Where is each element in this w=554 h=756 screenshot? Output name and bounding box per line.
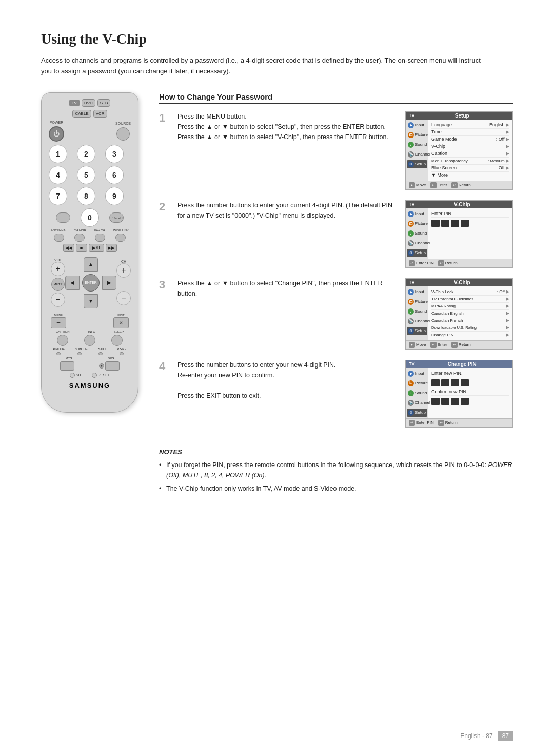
- mute-button[interactable]: MUTE: [51, 278, 65, 291]
- btn-1[interactable]: 1: [49, 145, 67, 163]
- btn-7[interactable]: 7: [49, 187, 67, 205]
- sit-radio[interactable]: [70, 373, 75, 378]
- footer-enter-pin: ↵ Enter PIN: [409, 260, 434, 266]
- btn-5[interactable]: 5: [77, 166, 95, 184]
- sidebar-setup-4[interactable]: ⚙ Setup: [407, 409, 427, 417]
- sleep-button[interactable]: [111, 335, 123, 346]
- pre-ch-button[interactable]: PRE-CH: [109, 212, 124, 223]
- remote-control: TV DVD STB CABLE VCR POWER ⏻ SOURCE: [41, 92, 138, 413]
- sidebar-input-3[interactable]: ▶ Input: [407, 288, 427, 296]
- footer-move-3: ♦ Move: [409, 342, 426, 348]
- nav-left-button[interactable]: ◀: [65, 276, 80, 290]
- sidebar-input[interactable]: ▶ Input: [407, 121, 427, 129]
- sound-icon-3: ♪: [408, 308, 414, 315]
- enter-button[interactable]: ENTER: [82, 274, 100, 292]
- picture-icon-2: 🖼: [408, 221, 414, 227]
- pmode-button[interactable]: [56, 352, 61, 355]
- pin-sq-2: [441, 220, 449, 227]
- source-button[interactable]: [116, 127, 130, 141]
- step-1-screen-header: TV Setup: [406, 112, 512, 120]
- btn-8[interactable]: 8: [77, 187, 95, 205]
- menu-exit-row: MENU ☰ EXIT ✕: [51, 314, 129, 328]
- nav-up-button[interactable]: ▲: [84, 257, 98, 272]
- sidebar-channel-2[interactable]: 📡 Channel: [407, 239, 427, 247]
- nav-down-button[interactable]: ▼: [84, 294, 98, 308]
- dash-button[interactable]: —: [56, 212, 70, 223]
- step-4-row: 4 Press the number buttons to enter your…: [159, 360, 513, 428]
- btn-6[interactable]: 6: [105, 166, 124, 184]
- btn-3[interactable]: 3: [105, 145, 124, 163]
- sidebar-channel-3[interactable]: 📡 Channel: [407, 317, 427, 325]
- antenna-button[interactable]: [54, 234, 64, 242]
- ch-mgr-button[interactable]: [74, 234, 85, 242]
- menu-language: Language : English ▶: [431, 122, 509, 129]
- vol-down-button[interactable]: −: [51, 293, 65, 307]
- exit-button[interactable]: ✕: [113, 317, 129, 328]
- sidebar-channel-4[interactable]: 📡 Channel: [407, 399, 427, 407]
- wise-link-button[interactable]: [115, 234, 126, 242]
- menu-game-mode: Game Mode : Off ▶: [431, 136, 509, 143]
- vcr-button[interactable]: VCR: [93, 110, 107, 118]
- menu-button[interactable]: ☰: [51, 317, 66, 328]
- transport-row: ◀◀ ■ ▶/II ▶▶: [47, 244, 133, 252]
- caption-button[interactable]: [57, 335, 68, 346]
- sidebar-setup[interactable]: ⚙ Setup: [407, 160, 427, 168]
- sidebar-sound-1[interactable]: ♪ Sound: [407, 141, 427, 149]
- play-pause-button[interactable]: ▶/II: [89, 244, 104, 252]
- btn-9[interactable]: 9: [105, 187, 124, 205]
- reset-radio[interactable]: [92, 373, 97, 378]
- psize-button[interactable]: [120, 352, 124, 355]
- confirm-pin-sq-2: [441, 398, 449, 405]
- ch-up-button[interactable]: +: [116, 263, 131, 278]
- tv-button[interactable]: TV: [69, 100, 80, 106]
- pmode-row-labels: P.MODE S.MODE STILL P.SIZE: [48, 347, 132, 351]
- btn-2[interactable]: 2: [77, 145, 95, 163]
- sidebar-picture-4[interactable]: 🖼 Picture: [407, 379, 427, 387]
- sidebar-sound-2[interactable]: ♪ Sound: [407, 229, 427, 238]
- info-button[interactable]: [84, 335, 95, 346]
- step-1-row: 1 Press the MENU button. Press the ▲ or …: [159, 111, 513, 190]
- sidebar-setup-3[interactable]: ⚙ Setup: [407, 327, 427, 335]
- step-3-screen: TV V-Chip ▶ Input 🖼 Picture: [405, 278, 513, 350]
- stop-button[interactable]: ■: [76, 244, 87, 252]
- ff-button[interactable]: ▶▶: [106, 244, 117, 252]
- page-footer: English - 87 87: [460, 731, 513, 741]
- fav-ch-button[interactable]: [95, 234, 105, 242]
- sidebar-picture-3[interactable]: 🖼 Picture: [407, 298, 427, 306]
- sound-icon-2: ♪: [408, 230, 414, 237]
- still-button[interactable]: [98, 352, 103, 355]
- sidebar-picture-2[interactable]: 🖼 Picture: [407, 220, 427, 228]
- sidebar-input-4[interactable]: ▶ Input: [407, 370, 427, 378]
- step-3-sidebar: ▶ Input 🖼 Picture ♪ Sound: [406, 286, 428, 340]
- rew-button[interactable]: ◀◀: [63, 244, 74, 252]
- antenna-labels: ANTENNACH.MGRFAV.CHWISE.LINK: [47, 229, 133, 232]
- cable-button[interactable]: CABLE: [72, 110, 91, 118]
- btn-4[interactable]: 4: [49, 166, 67, 184]
- menu-canadian-en: Canadian English ▶: [431, 310, 509, 317]
- sidebar-sound-3[interactable]: ♪ Sound: [407, 307, 427, 316]
- vol-up-button[interactable]: +: [51, 262, 65, 276]
- step-1-sidebar: ▶ Input 🖼 Picture ♪ Sound: [406, 120, 428, 181]
- note-1: If you forget the PIN, press the remote …: [159, 460, 513, 480]
- step-4-num: 4: [159, 360, 169, 373]
- step-2-row: 2 Press the number buttons to enter your…: [159, 200, 513, 268]
- sidebar-sound-4[interactable]: ♪ Sound: [407, 389, 427, 397]
- ch-down-button[interactable]: −: [116, 291, 131, 305]
- sidebar-channel[interactable]: 📡 Channel: [407, 150, 427, 159]
- btn-0[interactable]: 0: [81, 208, 99, 227]
- smode-button[interactable]: [77, 352, 82, 355]
- sidebar-picture[interactable]: 🖼 Picture: [407, 131, 427, 139]
- sidebar-setup-2[interactable]: ⚙ Setup: [407, 249, 427, 257]
- input-icon: ▶: [408, 122, 414, 128]
- nav-right-button[interactable]: ▶: [102, 276, 116, 290]
- srs-button[interactable]: [105, 361, 120, 371]
- remote-column: TV DVD STB CABLE VCR POWER ⏻ SOURCE: [41, 92, 144, 413]
- mts-button[interactable]: [60, 361, 74, 371]
- step-1-text: Press the MENU button. Press the ▲ or ▼ …: [177, 111, 397, 142]
- power-button[interactable]: ⏻: [49, 126, 64, 142]
- stb-button[interactable]: STB: [97, 99, 111, 107]
- dvd-button[interactable]: DVD: [82, 99, 95, 107]
- notes-title: NOTES: [159, 448, 513, 456]
- sidebar-input-2[interactable]: ▶ Input: [407, 210, 427, 218]
- dot-button[interactable]: ●: [99, 363, 104, 369]
